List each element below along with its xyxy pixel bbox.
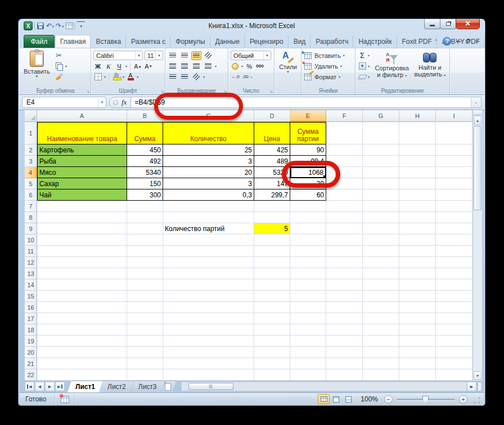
cell-F8[interactable] [326,212,363,223]
cell-B18[interactable] [127,324,163,336]
tab-Формулы[interactable]: Формулы [170,35,210,48]
save-button[interactable] [37,21,44,30]
cell-H1[interactable] [399,122,436,144]
cell-I15[interactable] [436,291,472,302]
cell-I7[interactable] [436,201,472,212]
row-header-14[interactable]: 14 [25,279,37,291]
number-format-combobox[interactable]: Общий▼ [231,51,271,60]
cell-C1[interactable]: Количество [163,122,254,144]
align-right-button[interactable] [191,62,201,71]
cell-A18[interactable] [37,324,127,336]
workbook-minimize-button[interactable] [456,41,461,42]
cell-D19[interactable] [254,336,290,347]
cell-E15[interactable] [290,291,326,302]
cell-H13[interactable] [399,268,436,279]
cell-B17[interactable] [127,313,163,324]
shrink-font-button[interactable]: А▼ [144,61,153,71]
normal-view-button[interactable] [318,394,330,404]
help-button[interactable]: ? [443,37,451,46]
cell-E21[interactable] [290,358,326,369]
cell-F15[interactable] [326,291,363,302]
sheet-tab-Лист3[interactable]: Лист3 [130,381,165,392]
cell-G7[interactable] [363,201,399,212]
row-header-17[interactable]: 17 [25,313,37,324]
cell-C6[interactable]: 0,3 [163,189,254,201]
cell-I4[interactable] [436,167,472,178]
cell-I10[interactable] [436,234,472,246]
cell-H11[interactable] [399,246,436,257]
select-all-corner[interactable] [25,110,37,122]
tab-Вставка[interactable]: Вставка [91,35,126,48]
cell-G22[interactable] [363,369,399,381]
cell-E22[interactable] [290,369,326,381]
paste-button[interactable]: Вставить ▼ [22,50,51,87]
last-sheet-button[interactable]: ▶ [55,382,65,391]
cell-G2[interactable] [363,144,399,156]
undo-button[interactable]: ↶▾ [46,21,54,30]
sheet-tab-Лист1[interactable]: Лист1 [68,381,103,392]
cell-F16[interactable] [326,302,363,313]
cell-D2[interactable]: 425 [254,144,290,156]
cell-C11[interactable] [163,246,254,257]
cell-B4[interactable]: 5340 [127,167,163,178]
cell-F9[interactable] [326,223,363,234]
cell-C12[interactable] [163,257,254,268]
cell-C14[interactable] [163,279,254,291]
styles-button[interactable]: А Стили ▼ [278,50,298,87]
cell-H10[interactable] [399,234,436,246]
cell-A6[interactable]: Чай [37,189,127,201]
col-header-A[interactable]: A [37,110,127,122]
cell-F20[interactable] [326,347,363,358]
cell-F7[interactable] [326,201,363,212]
next-sheet-button[interactable]: ▶ [45,382,55,391]
cell-H14[interactable] [399,279,436,291]
cell-G16[interactable] [363,302,399,313]
cell-G4[interactable] [363,167,399,178]
cell-F11[interactable] [326,246,363,257]
cell-B6[interactable]: 300 [127,189,163,201]
restore-button[interactable] [440,19,456,29]
cell-D9[interactable]: 5 [254,223,290,234]
cell-E7[interactable] [290,201,326,212]
sort-filter-button[interactable]: АЯ Сортировкаи фильтр ▾ [372,50,412,87]
cell-A14[interactable] [37,279,127,291]
clear-button[interactable] [358,72,367,82]
cell-G15[interactable] [363,291,399,302]
cell-G14[interactable] [363,279,399,291]
cell-B12[interactable] [127,257,163,268]
cell-C4[interactable]: 20 [163,167,254,178]
row-header-22[interactable]: 22 [25,369,37,381]
cell-H19[interactable] [399,336,436,347]
cell-I18[interactable] [436,324,472,336]
insert-function-button[interactable]: fx [122,98,127,107]
cell-D22[interactable] [254,369,290,381]
tab-Вид[interactable]: Вид [289,35,311,48]
cell-B11[interactable] [127,246,163,257]
cell-G19[interactable] [363,336,399,347]
cell-E8[interactable] [290,212,326,223]
cell-A7[interactable] [37,201,127,212]
cell-C9[interactable]: Количество партий [163,223,254,234]
comma-format-button[interactable]: 000 [255,61,264,71]
cell-A1[interactable]: Наименование товара [37,122,127,144]
format-painter-button[interactable] [55,72,64,82]
cell-A21[interactable] [37,358,127,369]
redo-button[interactable]: ↷▾ [56,21,64,30]
cell-G3[interactable] [363,156,399,167]
cell-B21[interactable] [127,358,163,369]
cell-B8[interactable] [127,212,163,223]
cell-E10[interactable] [290,234,326,246]
horizontal-scroll-track[interactable] [181,382,467,391]
cell-A22[interactable] [37,369,127,381]
cell-B2[interactable]: 450 [127,144,163,156]
cell-G8[interactable] [363,212,399,223]
cell-B14[interactable] [127,279,163,291]
cell-I12[interactable] [436,257,472,268]
cell-G17[interactable] [363,313,399,324]
cell-C2[interactable]: 25 [163,144,254,156]
workbook-restore-button[interactable] [466,40,470,43]
tab-Разметка с[interactable]: Разметка с [126,35,170,48]
tab-Данные[interactable]: Данные [210,35,245,48]
dialog-launcher-icon[interactable]: ↘ [86,89,89,93]
borders-button[interactable] [93,72,102,82]
